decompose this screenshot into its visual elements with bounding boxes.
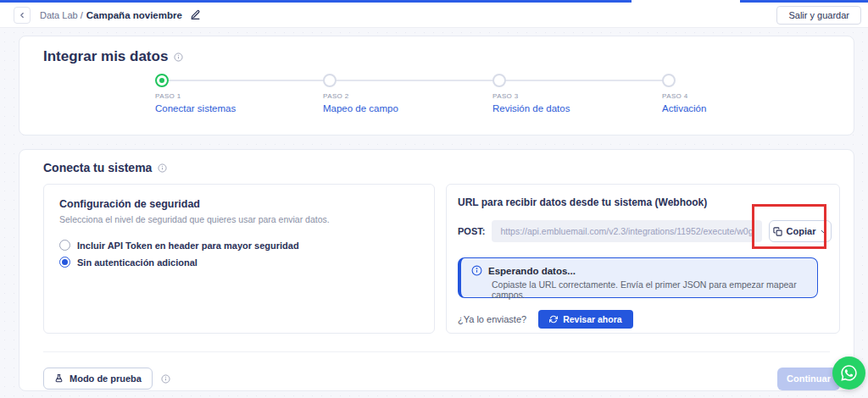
step-2-label: Mapeo de campo <box>323 103 398 113</box>
webhook-url-input[interactable] <box>492 220 762 242</box>
whatsapp-chat-button[interactable] <box>832 357 865 390</box>
copy-button-label: Copiar <box>787 226 816 236</box>
step-2-circle <box>323 74 337 87</box>
step-1-label: Conectar sistemas <box>155 103 236 113</box>
check-now-label: Revisar ahora <box>563 314 621 324</box>
webhook-title: URL para recibir datos desde tu sistema … <box>458 196 707 208</box>
post-method-label: POST: <box>458 226 485 236</box>
radio-option-api-token-label: Incluir API Token en header para mayor s… <box>77 240 299 251</box>
breadcrumb-prefix: Data Lab / <box>40 10 83 20</box>
integrate-data-card: Integrar mis datos PASO 1 Conectar siste… <box>19 36 854 135</box>
security-title: Configuración de seguridad <box>59 198 419 210</box>
step-3-number: PASO 3 <box>492 92 570 100</box>
info-icon[interactable] <box>174 53 183 62</box>
radio-option-api-token[interactable]: Incluir API Token en header para mayor s… <box>59 240 419 251</box>
radio-option-no-auth[interactable]: Sin autenticación adicional <box>59 257 419 268</box>
connect-card-title: Conecta tu sistema <box>43 161 152 174</box>
card-footer: Modo de prueba Continuar <box>43 367 840 390</box>
webhook-url-row: POST: Copiar <box>458 220 832 242</box>
back-button[interactable] <box>14 7 31 24</box>
alert-title: Esperando datos... <box>488 266 576 276</box>
step-3[interactable]: PASO 3 Revisión de datos <box>492 92 570 113</box>
radio-unchecked-icon[interactable] <box>59 240 70 251</box>
integrate-card-title: Integrar mis datos <box>43 48 168 65</box>
security-subtitle: Selecciona el nivel de seguridad que qui… <box>59 214 419 224</box>
step-3-label: Revisión de datos <box>492 103 570 113</box>
topbar-accent-line-right <box>740 0 868 3</box>
flask-icon <box>54 373 64 384</box>
webhook-panel: URL para recibir datos desde tu sistema … <box>446 184 840 334</box>
step-2-number: PASO 2 <box>323 92 398 100</box>
info-icon[interactable] <box>161 374 170 384</box>
step-1-number: PASO 1 <box>155 92 236 100</box>
radio-option-no-auth-label: Sin autenticación adicional <box>77 257 198 268</box>
card-footer-divider <box>43 351 830 352</box>
step-1-circle <box>155 74 169 87</box>
step-4-number: PASO 4 <box>662 92 706 100</box>
topbar: Data Lab / Campaña noviembre Salir y gua… <box>0 0 868 28</box>
step-4[interactable]: PASO 4 Activación <box>662 92 706 113</box>
breadcrumb: Data Lab / Campaña noviembre <box>40 10 182 20</box>
breadcrumb-current: Campaña noviembre <box>86 10 182 20</box>
save-and-exit-button[interactable]: Salir y guardar <box>776 6 861 25</box>
sent-check-row: ¿Ya lo enviaste? Revisar ahora <box>458 310 633 329</box>
step-1[interactable]: PASO 1 Conectar sistemas <box>155 92 236 113</box>
info-icon[interactable] <box>158 163 167 173</box>
sent-question: ¿Ya lo enviaste? <box>458 314 526 324</box>
whatsapp-icon <box>840 364 858 382</box>
radio-checked-icon[interactable] <box>59 257 70 268</box>
test-mode-button[interactable]: Modo de prueba <box>43 368 153 390</box>
topbar-accent-line-left <box>0 0 632 3</box>
edit-name-button[interactable] <box>190 9 201 20</box>
step-2[interactable]: PASO 2 Mapeo de campo <box>323 92 398 113</box>
test-mode-label: Modo de prueba <box>70 373 142 384</box>
refresh-icon <box>549 315 558 323</box>
check-now-button[interactable]: Revisar ahora <box>538 310 632 329</box>
alert-message: Copiaste la URL correctamente. Envía el … <box>492 279 807 300</box>
step-4-label: Activación <box>662 103 706 113</box>
pencil-icon <box>190 9 201 20</box>
step-3-circle <box>492 74 506 87</box>
copy-button[interactable]: Copiar <box>769 220 832 242</box>
chevron-down-icon <box>820 228 827 235</box>
chevron-left-icon <box>18 11 26 19</box>
stepper-connector-line <box>162 80 669 81</box>
copy-icon <box>773 227 782 236</box>
security-config-panel: Configuración de seguridad Selecciona el… <box>43 184 435 334</box>
continue-button[interactable]: Continuar <box>777 368 840 390</box>
connect-system-card: Conecta tu sistema Configuración de segu… <box>19 149 854 391</box>
info-icon <box>471 265 482 276</box>
waiting-data-alert: Esperando datos... Copiaste la URL corre… <box>458 257 818 298</box>
step-4-circle <box>662 74 676 87</box>
